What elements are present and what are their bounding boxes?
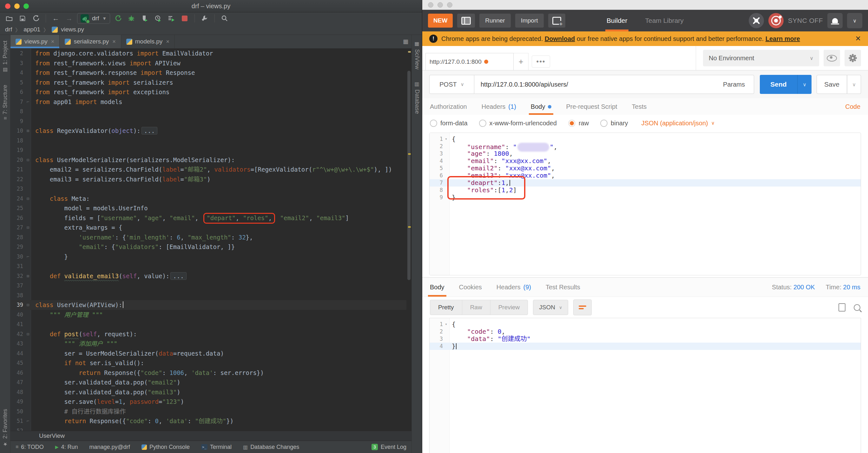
view-Raw[interactable]: Raw — [462, 300, 490, 315]
sync-button[interactable] — [768, 13, 784, 28]
send-options-button[interactable]: ∨ — [797, 75, 811, 94]
run-icon[interactable] — [113, 13, 123, 23]
editor-scrollbar[interactable] — [406, 49, 411, 431]
url-input[interactable]: http://127.0.0.1:8000/api/users/ Params — [474, 75, 754, 94]
json-line[interactable]: 4 "email": "xxx@xx.com", — [430, 157, 861, 164]
environment-select[interactable]: No Environment ∨ — [703, 50, 819, 66]
tool-window-button-SciView[interactable]: ▦SciView — [414, 40, 421, 69]
wrench-icon[interactable] — [199, 13, 210, 23]
code-line[interactable]: 43 """ 添加用户 """ — [10, 339, 411, 349]
code-line[interactable]: 4from rest_framework.response import Res… — [10, 68, 411, 78]
json-line[interactable]: 5 "email2": "xxx@xx.com", — [430, 164, 861, 172]
close-icon[interactable]: × — [112, 38, 116, 45]
code-line[interactable]: 23 — [10, 184, 411, 194]
forward-icon[interactable]: → — [64, 13, 74, 23]
code-line[interactable]: 31 — [10, 262, 411, 271]
code-line[interactable]: 8 — [10, 107, 411, 116]
sync-icon[interactable] — [30, 13, 41, 23]
breadcrumb-file[interactable]: views.py — [61, 26, 84, 33]
code-link[interactable]: Code — [845, 103, 860, 111]
body-mode-x-www-form-urlencoded[interactable]: x-www-form-urlencoded — [479, 120, 557, 127]
code-line[interactable]: 7⌐from app01 import models — [10, 97, 411, 107]
tool-window-button-2: Favorites[interactable]: ★2: Favorites — [2, 409, 8, 447]
event-log[interactable]: 3Event Log — [372, 444, 406, 450]
json-line[interactable]: 6 "email3": "xxx@xx.com", — [430, 172, 861, 179]
code-line[interactable]: 19 — [10, 145, 411, 155]
json-line[interactable]: 1▾{ — [430, 321, 861, 328]
view-Pretty[interactable]: Pretty — [430, 300, 462, 315]
tool-window-button-Database[interactable]: ▥Database — [414, 81, 421, 114]
body-mode-form-data[interactable]: form-data — [430, 120, 468, 127]
status-item-manage.py@drf[interactable]: manage.py@drf — [90, 444, 130, 450]
import-button[interactable]: Import — [515, 13, 544, 28]
back-icon[interactable]: ← — [51, 13, 61, 23]
json-line[interactable]: 8 "roles":[1,2] — [430, 186, 861, 194]
runner-button[interactable]: Runner — [479, 13, 510, 28]
close-window-button[interactable] — [428, 2, 433, 8]
zoom-window-button[interactable] — [447, 2, 453, 8]
wrap-lines-button[interactable] — [573, 299, 592, 315]
save-options-button[interactable]: ∨ — [847, 75, 861, 94]
download-link[interactable]: Download — [545, 35, 575, 42]
interceptor-button[interactable] — [749, 13, 764, 28]
breadcrumb-package[interactable]: app01 — [24, 26, 40, 33]
code-editor[interactable]: 2from django.core.validators import Emai… — [10, 49, 411, 431]
code-line[interactable]: 10⊞class RegexValidator(object):... — [10, 126, 411, 136]
editor-tab-serializers.py[interactable]: serializers.py× — [60, 35, 121, 48]
code-line[interactable]: 51⌐ return Response({"code": 0, 'data': … — [10, 416, 411, 426]
code-line[interactable]: 45 if not ser.is_valid(): — [10, 358, 411, 368]
body-mode-binary[interactable]: binary — [600, 120, 628, 127]
new-button[interactable]: NEW — [428, 13, 453, 28]
code-line[interactable]: 18 — [10, 136, 411, 146]
new-window-button[interactable] — [548, 13, 565, 28]
search-icon[interactable] — [219, 13, 230, 23]
code-line[interactable]: 28 'username': {'min_length': 6, "max_le… — [10, 233, 411, 242]
code-line[interactable]: 9 — [10, 116, 411, 126]
editor-tab-views.py[interactable]: views.py× — [10, 35, 60, 48]
body-mode-raw[interactable]: raw — [568, 120, 589, 127]
request-body-editor[interactable]: 1▾{2 "username": "",3 "age": 1800,4 "ema… — [429, 132, 861, 275]
response-format-select[interactable]: JSON ∨ — [533, 300, 568, 315]
code-line[interactable]: 6from rest_framework import exceptions — [10, 87, 411, 97]
learn-more-link[interactable]: Learn more — [766, 35, 800, 42]
code-line[interactable]: 38 — [10, 291, 411, 300]
status-item-6: TODO[interactable]: ≡6: TODO — [16, 444, 44, 450]
params-button[interactable]: Params — [714, 81, 754, 88]
method-select[interactable]: POST ∨ — [429, 75, 474, 94]
tab-team-library[interactable]: Team Library — [645, 10, 683, 31]
code-line[interactable]: 20⊟class UserModelSerializer(serializers… — [10, 155, 411, 165]
run-configuration-select[interactable]: dj drf ▼ — [77, 13, 110, 24]
code-line[interactable]: 26 fields = ["username", "age", "email",… — [10, 213, 411, 223]
response-tab-Cookies[interactable]: Cookies — [459, 278, 482, 297]
scrollbar-thumb[interactable] — [407, 71, 410, 280]
close-icon[interactable]: × — [51, 38, 55, 45]
response-tab-Body[interactable]: Body — [430, 278, 444, 297]
close-icon[interactable]: × — [166, 38, 169, 45]
code-line[interactable]: 40 """ 用户管理 """ — [10, 310, 411, 320]
json-line[interactable]: 9} — [430, 194, 861, 201]
status-item-Terminal[interactable]: >_Terminal — [201, 444, 231, 450]
request-tab-Authorization[interactable]: Authorization — [430, 98, 467, 115]
send-button[interactable]: Send — [760, 75, 797, 94]
response-body-editor[interactable]: 1▾{2 "code": 0,3 "data": "创建成功"4} — [429, 318, 861, 453]
code-line[interactable]: 49 ser.save(level=1, password="123") — [10, 397, 411, 407]
code-line[interactable]: 42⊟ def post(self, request): — [10, 329, 411, 339]
status-item-4: Run[interactable]: ▶4: Run — [55, 444, 78, 450]
tab-builder[interactable]: Builder — [607, 10, 627, 31]
tool-window-button-7: Structure[interactable]: ≡7: Structure — [2, 85, 8, 120]
settings-button[interactable] — [844, 50, 861, 66]
json-line[interactable]: 3 "age": 1800, — [430, 150, 861, 157]
code-line[interactable]: 3from rest_framework.views import APIVie… — [10, 58, 411, 68]
code-line[interactable]: 46 return Response({"code": 1006, 'data'… — [10, 368, 411, 378]
code-line[interactable]: 39⊟class UserView(APIView): — [10, 300, 411, 310]
code-line[interactable]: 32⊞ def validate_email3(self, value):... — [10, 271, 411, 281]
view-Preview[interactable]: Preview — [490, 300, 528, 315]
open-icon[interactable] — [4, 13, 14, 23]
code-line[interactable]: 30⌐ } — [10, 252, 411, 262]
editor-layout-icon[interactable]: ▦ — [403, 35, 411, 48]
code-line[interactable]: 5from rest_framework import serializers — [10, 78, 411, 88]
code-line[interactable]: 25 model = models.UserInfo — [10, 203, 411, 213]
content-type-select[interactable]: JSON (application/json)∨ — [642, 120, 715, 127]
json-line[interactable]: 2 "username": "", — [430, 143, 861, 150]
code-line[interactable]: 29 "email": {"validators": [EmailValidat… — [10, 242, 411, 252]
